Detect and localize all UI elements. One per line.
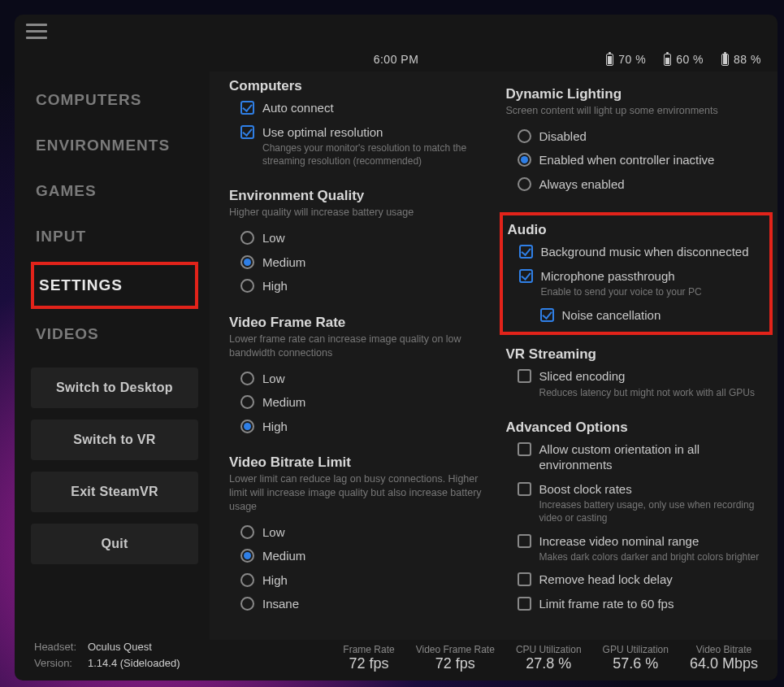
section-title: Dynamic Lighting	[506, 86, 767, 102]
settings-col-right: Dynamic Lighting Screen content will lig…	[506, 78, 767, 633]
sidebar-item-games[interactable]: GAMES	[31, 171, 198, 211]
section-audio: Audio Background music when disconnected…	[508, 222, 765, 327]
sidebar-item-input[interactable]: INPUT	[31, 216, 198, 257]
option-noise-cancellation[interactable]: Noise cancellation	[508, 303, 765, 328]
checkbox-icon	[240, 125, 254, 139]
radio-env-low[interactable]: Low	[229, 226, 490, 250]
radio-icon	[518, 153, 531, 167]
quit-button[interactable]: Quit	[31, 524, 198, 564]
option-headlock-delay[interactable]: Remove head lock delay	[506, 567, 767, 592]
section-dynamic-lighting: Dynamic Lighting Screen content will lig…	[506, 86, 767, 196]
battery-3: 88 %	[721, 53, 761, 66]
option-label: Insane	[262, 596, 299, 612]
sidebar-item-computers[interactable]: COMPUTERS	[31, 80, 198, 120]
radio-light-always[interactable]: Always enabled	[506, 172, 767, 197]
stat-label: CPU Utilization	[516, 644, 582, 655]
battery-group: 70 % 60 % 88 %	[606, 53, 761, 66]
radio-br-high[interactable]: High	[229, 568, 490, 593]
stat-value: 57.6 %	[603, 655, 669, 672]
option-label: Low	[262, 371, 285, 387]
radio-icon	[240, 573, 254, 587]
battery-percent: 70 %	[618, 53, 646, 66]
section-title: Video Bitrate Limit	[229, 454, 490, 471]
option-label: Remove head lock delay	[539, 572, 673, 588]
option-desc: Makes dark colors darker and bright colo…	[539, 550, 760, 563]
section-vr-streaming: VR Streaming Sliced encoding Reduces lat…	[506, 346, 767, 403]
checkbox-icon	[518, 369, 531, 383]
sidebar: COMPUTERS ENVIRONMENTS GAMES INPUT SETTI…	[15, 72, 210, 640]
radio-fr-low[interactable]: Low	[229, 367, 490, 391]
option-bg-music[interactable]: Background music when disconnected	[508, 240, 765, 264]
battery-percent: 60 %	[676, 53, 704, 66]
option-sliced-encoding[interactable]: Sliced encoding Reduces latency but migh…	[506, 364, 767, 403]
clock: 6:00 PM	[374, 53, 419, 66]
checkbox-icon	[540, 308, 554, 322]
checkbox-icon	[519, 269, 533, 283]
option-label: Medium	[262, 254, 305, 271]
stat-video-frame-rate: Video Frame Rate 72 fps	[416, 644, 495, 672]
option-label: Always enabled	[539, 176, 625, 193]
radio-light-disabled[interactable]: Disabled	[506, 124, 767, 149]
stat-label: GPU Utilization	[603, 644, 669, 655]
main-content: COMPUTERS ENVIRONMENTS GAMES INPUT SETTI…	[15, 72, 778, 640]
exit-steamvr-button[interactable]: Exit SteamVR	[31, 472, 198, 512]
option-desc: Changes your monitor's resolution to mat…	[262, 141, 490, 167]
stat-value: 27.8 %	[516, 655, 582, 672]
stat-bitrate: Video Bitrate 64.0 Mbps	[690, 644, 758, 672]
sidebar-item-videos[interactable]: VIDEOS	[31, 314, 198, 354]
option-custom-orientation[interactable]: Allow custom orientation in all environm…	[506, 437, 767, 477]
section-subtitle: Screen content will light up some enviro…	[506, 104, 767, 118]
checkbox-icon	[518, 442, 531, 456]
section-video-bitrate-limit: Video Bitrate Limit Lower limit can redu…	[229, 454, 490, 616]
radio-env-medium[interactable]: Medium	[229, 250, 490, 275]
option-limit-60fps[interactable]: Limit frame rate to 60 fps	[506, 592, 767, 616]
section-title: Video Frame Rate	[229, 315, 490, 331]
sidebar-item-environments[interactable]: ENVIRONMENTS	[31, 125, 198, 166]
battery-icon	[721, 54, 729, 66]
section-title: Environment Quality	[229, 188, 490, 204]
radio-fr-medium[interactable]: Medium	[229, 390, 490, 415]
section-subtitle: Lower frame rate can increase image qual…	[229, 333, 490, 360]
option-label: High	[262, 419, 288, 435]
radio-icon	[240, 395, 254, 409]
option-label: Disabled	[539, 128, 587, 145]
footer-info: Headset:Oculus Quest Version:1.14.4 (Sid…	[34, 639, 180, 671]
section-title: VR Streaming	[506, 346, 767, 363]
hamburger-icon[interactable]	[26, 24, 47, 39]
radio-br-medium[interactable]: Medium	[229, 544, 490, 568]
option-label: High	[262, 278, 288, 294]
section-video-frame-rate: Video Frame Rate Lower frame rate can in…	[229, 315, 490, 438]
option-label: Use optimal resolution	[262, 124, 490, 141]
option-label: Sliced encoding	[539, 368, 755, 385]
switch-to-vr-button[interactable]: Switch to VR	[31, 420, 198, 460]
radio-br-insane[interactable]: Insane	[229, 592, 490, 616]
switch-to-desktop-button[interactable]: Switch to Desktop	[31, 367, 198, 408]
stat-label: Video Frame Rate	[416, 644, 495, 655]
option-label: Boost clock rates	[539, 481, 767, 498]
radio-fr-high[interactable]: High	[229, 415, 490, 439]
radio-env-high[interactable]: High	[229, 274, 490, 298]
option-nominal-range[interactable]: Increase video nominal range Makes dark …	[506, 529, 767, 568]
radio-light-inactive[interactable]: Enabled when controller inactive	[506, 148, 767, 172]
option-label: Auto connect	[262, 100, 334, 116]
radio-icon	[240, 279, 254, 293]
option-boost-clocks[interactable]: Boost clock rates Increases battery usag…	[506, 477, 767, 529]
option-mic-passthrough[interactable]: Microphone passthrough Enable to send yo…	[508, 264, 765, 303]
stat-gpu: GPU Utilization 57.6 %	[603, 644, 669, 672]
option-auto-connect[interactable]: Auto connect	[229, 96, 490, 120]
option-label: Low	[262, 230, 285, 246]
stat-label: Video Bitrate	[690, 644, 758, 655]
option-label: Limit frame rate to 60 fps	[539, 596, 674, 612]
sidebar-item-settings[interactable]: SETTINGS	[31, 262, 198, 309]
checkbox-icon	[518, 597, 531, 611]
option-optimal-resolution[interactable]: Use optimal resolution Changes your moni…	[229, 120, 490, 172]
option-label: Increase video nominal range	[539, 533, 760, 550]
radio-br-low[interactable]: Low	[229, 520, 490, 545]
footer-version-label: Version:	[34, 655, 88, 672]
stat-value: 72 fps	[343, 655, 394, 672]
footer-version-value: 1.14.4 (Sideloaded)	[88, 657, 180, 669]
option-label: Enabled when controller inactive	[539, 152, 715, 168]
stat-value: 64.0 Mbps	[690, 655, 758, 672]
checkbox-icon	[518, 534, 531, 548]
option-label: Medium	[262, 548, 305, 564]
